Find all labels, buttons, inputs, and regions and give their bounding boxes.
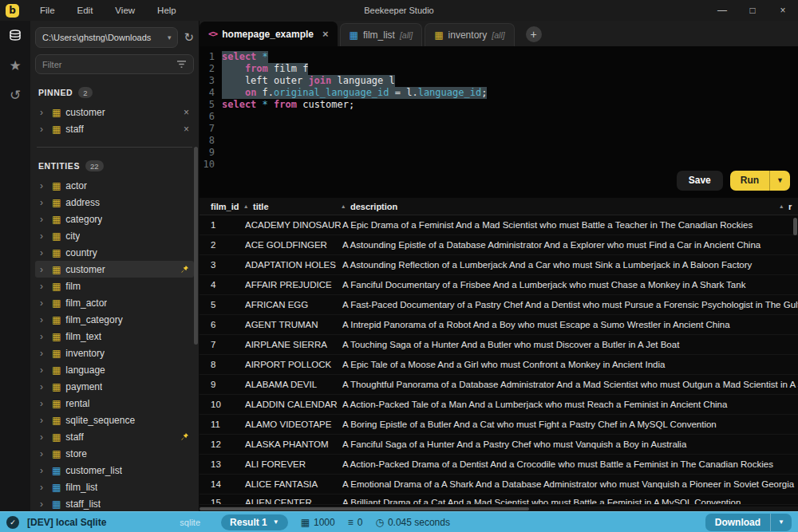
- entity-item-address[interactable]: ›▦address: [35, 194, 194, 211]
- save-button[interactable]: Save: [677, 171, 723, 191]
- table-row[interactable]: 2ACE GOLDFINGERA Astounding Epistle of a…: [200, 235, 798, 255]
- entity-item-film[interactable]: ›▦film: [35, 278, 194, 294]
- close-icon[interactable]: ×: [184, 107, 189, 118]
- pinned-item-staff[interactable]: ›▦staff×: [35, 120, 194, 137]
- menu-file[interactable]: File: [29, 6, 66, 15]
- filter-input[interactable]: [42, 60, 176, 69]
- chevron-right-icon[interactable]: ›: [40, 382, 47, 392]
- filter-icon[interactable]: [176, 57, 187, 72]
- chevron-right-icon[interactable]: ›: [40, 365, 47, 375]
- download-button[interactable]: Download: [705, 514, 770, 531]
- menu-view[interactable]: View: [104, 6, 146, 15]
- chevron-right-icon[interactable]: ›: [40, 198, 47, 207]
- favorites-star-icon[interactable]: ★: [9, 59, 21, 73]
- chevron-right-icon[interactable]: ›: [40, 466, 47, 475]
- refresh-icon[interactable]: ↻: [184, 30, 194, 45]
- results-vertical-scrollbar[interactable]: [793, 218, 797, 235]
- table-row[interactable]: 5AFRICAN EGGA Fast-Paced Documentary of …: [200, 295, 798, 315]
- table-row[interactable]: 4AFFAIR PREJUDICEA Fanciful Documentary …: [200, 275, 798, 295]
- tab-inventory[interactable]: ▦inventory[all]: [425, 23, 514, 46]
- menu-help[interactable]: Help: [146, 6, 188, 15]
- chevron-right-icon[interactable]: ›: [40, 215, 47, 224]
- entity-item-store[interactable]: ›▦store: [35, 445, 194, 462]
- results-horizontal-scrollbar[interactable]: [200, 506, 798, 511]
- entity-item-staff[interactable]: ›▦staff: [35, 428, 194, 445]
- minimize-button[interactable]: —: [707, 0, 737, 21]
- download-options-caret-icon[interactable]: ▼: [770, 514, 792, 531]
- new-tab-button[interactable]: +: [526, 26, 542, 42]
- connection-select[interactable]: C:\Users\ghstng\Downloads ▾: [35, 27, 178, 48]
- entity-item-actor[interactable]: ›▦actor: [35, 177, 194, 194]
- entity-item-film_list[interactable]: ›▦film_list: [35, 479, 194, 495]
- entity-item-language[interactable]: ›▦language: [35, 361, 194, 378]
- line-code: left outer join language l: [222, 75, 395, 87]
- run-options-caret-icon[interactable]: ▼: [769, 171, 790, 191]
- entity-item-payment[interactable]: ›▦payment: [35, 378, 194, 395]
- chevron-right-icon[interactable]: ›: [40, 282, 47, 291]
- entity-item-rental[interactable]: ›▦rental: [35, 395, 194, 412]
- table-row[interactable]: 10ALADDIN CALENDARA Action-Packed Tale o…: [200, 395, 798, 415]
- table-row[interactable]: 3ADAPTATION HOLESA Astounding Reflection…: [200, 255, 798, 275]
- table-row[interactable]: 1ACADEMY DINOSAURA Epic Drama of a Femin…: [200, 215, 798, 235]
- chevron-right-icon[interactable]: ›: [40, 399, 47, 408]
- sort-arrow-icon[interactable]: ▴: [780, 203, 783, 210]
- result-selector[interactable]: Result 1 ▼: [221, 514, 288, 530]
- chevron-right-icon[interactable]: ›: [40, 416, 47, 425]
- entity-item-sqlite_sequence[interactable]: ›▦sqlite_sequence: [35, 412, 194, 428]
- chevron-right-icon[interactable]: ›: [40, 315, 47, 325]
- horizontal-scroll-thumb[interactable]: [200, 507, 529, 510]
- column-header-film_id[interactable]: film_id▴: [200, 198, 253, 215]
- close-icon[interactable]: ×: [184, 124, 189, 135]
- sort-arrow-icon[interactable]: ▴: [244, 203, 247, 210]
- run-button[interactable]: Run: [730, 171, 769, 191]
- history-icon[interactable]: ↺: [10, 89, 21, 102]
- column-header-title[interactable]: title▴: [253, 198, 350, 215]
- menu-edit[interactable]: Edit: [66, 6, 105, 15]
- chevron-right-icon[interactable]: ›: [40, 298, 47, 308]
- entity-item-customer[interactable]: ›▦customer: [35, 261, 194, 278]
- table-row[interactable]: 11ALAMO VIDEOTAPEA Boring Epistle of a B…: [200, 415, 798, 435]
- sidebar-scrollbar[interactable]: [194, 147, 198, 345]
- entity-item-country[interactable]: ›▦country: [35, 244, 194, 261]
- tab-homepage_example[interactable]: <>homepage_example×: [200, 22, 338, 46]
- entity-item-film_category[interactable]: ›▦film_category: [35, 311, 194, 328]
- chevron-right-icon[interactable]: ›: [40, 108, 47, 117]
- table-row[interactable]: 7AIRPLANE SIERRAA Touching Saga of a Hun…: [200, 335, 798, 355]
- chevron-right-icon[interactable]: ›: [40, 248, 47, 258]
- chevron-right-icon[interactable]: ›: [40, 349, 47, 358]
- database-icon[interactable]: [8, 29, 22, 43]
- chevron-right-icon[interactable]: ›: [40, 124, 47, 134]
- chevron-right-icon[interactable]: ›: [40, 231, 47, 241]
- pinned-item-customer[interactable]: ›▦customer×: [35, 104, 194, 120]
- pin-icon[interactable]: [180, 432, 189, 441]
- sql-editor[interactable]: 1select *2 from film f3 left outer join …: [200, 46, 798, 198]
- chevron-right-icon[interactable]: ›: [40, 499, 47, 509]
- table-row[interactable]: 15ALIEN CENTERA Brilliant Drama of a Cat…: [200, 495, 798, 505]
- chevron-right-icon[interactable]: ›: [40, 449, 47, 459]
- table-row[interactable]: 13ALI FOREVERA Action-Packed Drama of a …: [200, 455, 798, 475]
- table-row[interactable]: 12ALASKA PHANTOMA Fanciful Saga of a Hun…: [200, 435, 798, 455]
- entity-item-film_text[interactable]: ›▦film_text: [35, 328, 194, 345]
- chevron-right-icon[interactable]: ›: [40, 483, 47, 492]
- entity-item-customer_list[interactable]: ›▦customer_list: [35, 462, 194, 479]
- chevron-right-icon[interactable]: ›: [40, 332, 47, 341]
- entity-item-staff_list[interactable]: ›▦staff_list: [35, 495, 194, 511]
- chevron-right-icon[interactable]: ›: [40, 432, 47, 442]
- table-row[interactable]: 14ALICE FANTASIAA Emotional Drama of a A…: [200, 475, 798, 495]
- entity-item-film_actor[interactable]: ›▦film_actor: [35, 294, 194, 311]
- tab-film_list[interactable]: ▦film_list[all]: [340, 23, 423, 46]
- table-row[interactable]: 6AGENT TRUMANA Intrepid Panorama of a Ro…: [200, 315, 798, 335]
- entity-item-category[interactable]: ›▦category: [35, 211, 194, 227]
- pin-icon[interactable]: [180, 265, 189, 274]
- sort-arrow-icon[interactable]: ▴: [342, 203, 345, 210]
- table-row[interactable]: 8AIRPORT POLLOCKA Epic Tale of a Moose A…: [200, 355, 798, 375]
- chevron-right-icon[interactable]: ›: [40, 265, 47, 274]
- maximize-button[interactable]: □: [737, 0, 768, 21]
- chevron-right-icon[interactable]: ›: [40, 181, 47, 191]
- table-row[interactable]: 9ALABAMA DEVILA Thoughtful Panorama of a…: [200, 375, 798, 395]
- entity-item-city[interactable]: ›▦city: [35, 227, 194, 244]
- close-icon[interactable]: ×: [322, 28, 329, 40]
- close-button[interactable]: ×: [768, 0, 798, 21]
- entity-item-inventory[interactable]: ›▦inventory: [35, 345, 194, 361]
- column-header-description[interactable]: description▴: [350, 198, 788, 215]
